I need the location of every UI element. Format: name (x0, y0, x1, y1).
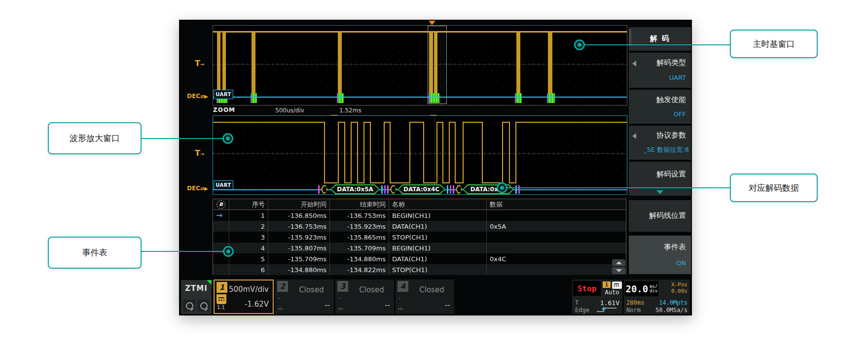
channel-2-offset: -- (325, 301, 330, 310)
zoom-trigger-marker[interactable]: T→ (195, 150, 204, 158)
chevron-left-icon (632, 133, 636, 139)
main-trigger-position-icon[interactable] (429, 21, 435, 25)
waveform-burst (252, 32, 255, 93)
channel-2-box[interactable]: 2 - -:- Closed -- (275, 280, 334, 314)
channel-4-state: Closed (409, 285, 454, 294)
stop-bit-icon (515, 185, 517, 194)
uart-bus-label[interactable]: UART (214, 90, 233, 99)
menu-item-event-table[interactable]: 事件表 ON (629, 236, 691, 274)
callout-line (585, 44, 730, 45)
main-trigger-marker[interactable]: T→ (195, 60, 204, 68)
rising-edge-icon (596, 306, 617, 313)
bus-icon: B (217, 200, 225, 209)
menu-item-protocol-params[interactable]: 协议参数 _SE 数据位宽:8 (629, 126, 691, 160)
waveform-burst (222, 32, 226, 93)
zoom-decode-marker[interactable]: DEC⇄▶ (187, 185, 208, 192)
waveform-burst (217, 32, 220, 93)
table-scroll-down-button[interactable] (612, 267, 625, 274)
channel-2-state: Closed (289, 285, 334, 294)
channel-4-badge: 4 (398, 281, 408, 292)
callout-zoom-window: 波形放大窗口 (48, 122, 142, 154)
table-row[interactable]: 5-135.709ms -134.880msDATA(CH1)0x4C (213, 253, 626, 264)
parity-bit-icon (450, 185, 451, 194)
callout-main-timebase-window: 主时基窗口 (730, 30, 818, 58)
callout-decode-data: 对应解码数据 (730, 174, 818, 202)
trigger-status-box[interactable]: Stop 1 Auto T 1.61V Edge (572, 280, 622, 314)
menu-item-decode-settings[interactable]: 解码设置 (629, 162, 691, 196)
table-row[interactable]: 2-136.753ms -135.923msDATA(CH1)0x5A (213, 221, 626, 232)
timebase-status-box[interactable]: 20.0 ms/div X-Pos0.00s 280ms 14.0Mpts No… (624, 280, 690, 314)
frame-boundary-marker (447, 184, 462, 194)
probe-ratio: 1:1 (217, 305, 225, 310)
zoom-title: ZOOM (213, 106, 235, 113)
more-options-icon (656, 190, 663, 194)
chevron-left-icon (632, 61, 636, 67)
channel-1-box[interactable]: 1 1:1 500mV/div -1.62V (214, 280, 274, 314)
trigger-level-label: T (575, 299, 579, 306)
callout-line (142, 138, 223, 139)
play-icon: ▶ (204, 186, 208, 191)
record-time: 280ms (626, 299, 644, 306)
trigger-type: Edge (575, 307, 589, 314)
callout-marker-decode-data (497, 182, 507, 193)
probe-ratio: -:- (278, 306, 283, 311)
arrow-right-icon: → (200, 62, 204, 67)
run-state-indicator: Stop (573, 281, 601, 296)
waveform-burst (338, 32, 342, 93)
waveform-zoom-window: UART DATA:0x5A DATA:0x4C DATA:0x47 (213, 115, 627, 195)
coupling-placeholder: - (398, 294, 401, 302)
channel-3-offset: -- (385, 301, 390, 310)
record-points: 14.0Mpts (659, 299, 687, 306)
start-bit-icon (387, 185, 389, 194)
main-center-axis (213, 63, 627, 66)
sample-rate: 50.0MSa/s (655, 307, 687, 314)
decode-block (515, 93, 522, 103)
idle-frame-icon (456, 185, 462, 194)
col-data: 数据 (487, 199, 626, 210)
channel-3-state: Closed (349, 285, 394, 294)
decode-frame-bubble[interactable]: DATA:0x4C (398, 184, 445, 194)
table-row[interactable]: → 1-136.850ms -136.753msBEGIN(CH1) (213, 210, 626, 221)
menu-item-decode-type[interactable]: 解码类型 UART (629, 53, 691, 88)
uart-waveform-trace (213, 116, 627, 194)
decode-frame-bubble[interactable]: DATA:0x5A (330, 184, 380, 194)
idle-frame-icon (390, 185, 397, 194)
parity-bit-icon (518, 185, 520, 194)
stop-bit-icon (447, 185, 448, 194)
col-end-time: 结束时间 (330, 199, 389, 210)
main-waveform-highline (213, 31, 627, 33)
event-table: B 序号 开始时间 结束时间 名称 数据 → 1-136.850ms -136.… (213, 199, 626, 275)
zoom-scale-readout: 500us/div (275, 107, 304, 114)
coupling-icon (612, 281, 622, 289)
dc-coupling-icon (217, 294, 226, 304)
chevron-down-icon (616, 269, 622, 272)
channel-4-box[interactable]: 4 - -:- Closed -- (396, 280, 454, 314)
zoom-delay-readout: 1.52ms (339, 107, 362, 114)
channel-2-badge: 2 (277, 281, 288, 292)
touch-lock-icon[interactable] (183, 300, 195, 312)
col-start-time: 开始时间 (268, 199, 330, 210)
x-position-readout: X-Pos0.00s (671, 281, 687, 294)
callout-event-table: 事件表 (48, 237, 142, 269)
timebase-scale-chip: 20.0 ms/div (625, 281, 658, 296)
zoom-region-selector[interactable] (428, 26, 447, 104)
decode-bus-line (213, 97, 627, 98)
menu-item-decode-line-position[interactable]: 解码线位置 (629, 200, 691, 232)
callout-line (507, 187, 730, 188)
main-decode-marker[interactable]: DEC⇄▶ (187, 93, 208, 100)
probe-ratio: -:- (398, 306, 403, 311)
callout-marker-zoom-window (222, 133, 233, 144)
table-scroll-up-button[interactable] (612, 259, 625, 266)
gesture-icon[interactable] (197, 300, 210, 312)
channel-3-box[interactable]: 3 - -:- Closed -- (335, 280, 394, 314)
table-row[interactable]: 6-134.880ms -134.822msSTOP(CH1) (213, 264, 626, 275)
table-row[interactable]: 4-135.807ms -135.709msBEGIN(CH1) (213, 243, 626, 253)
channel-3-badge: 3 (337, 281, 348, 292)
frame-boundary-marker (381, 184, 397, 194)
menu-item-trigger-enable[interactable]: 触发使能 OFF (629, 90, 691, 124)
callout-marker-event-table (223, 246, 234, 257)
idle-frame-icon (321, 185, 327, 194)
table-row[interactable]: 3-135.923ms -135.865msSTOP(CH1) (213, 232, 626, 243)
parity-bit-icon (384, 185, 386, 194)
uart-bus-label[interactable]: UART (214, 180, 233, 190)
